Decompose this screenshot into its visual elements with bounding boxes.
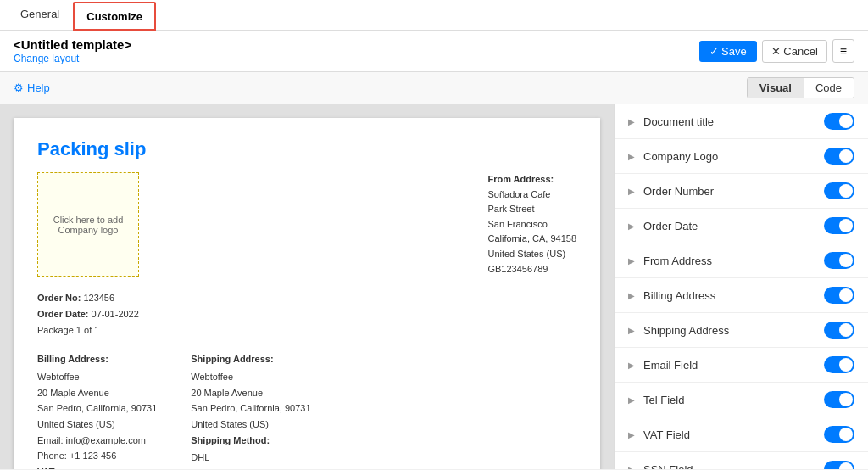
panel-label-billing-address: Billing Address bbox=[643, 289, 824, 302]
chevron-right-icon: ▶ bbox=[628, 256, 635, 266]
change-layout-link[interactable]: Change layout bbox=[14, 53, 79, 64]
view-toggle: Visual Code bbox=[747, 77, 854, 98]
panel-label-email-field: Email Field bbox=[643, 359, 824, 372]
shipping-line-2: 20 Maple Avenue bbox=[191, 385, 310, 401]
panel-item-company-logo[interactable]: ▶Company Logo bbox=[615, 139, 868, 174]
toggle-shipping-address[interactable] bbox=[824, 322, 854, 339]
panel-label-shipping-address: Shipping Address bbox=[643, 324, 824, 337]
toggle-email-field[interactable] bbox=[824, 356, 854, 373]
package-info: Package 1 of 1 bbox=[37, 322, 576, 339]
addresses-section: Billing Address: Webtoffee 20 Maple Aven… bbox=[37, 351, 576, 469]
panel-item-from-address[interactable]: ▶From Address bbox=[615, 243, 868, 278]
panel-item-tel-field[interactable]: ▶Tel Field bbox=[615, 383, 868, 417]
main-layout: Packing slip Click here to addCompany lo… bbox=[0, 104, 868, 469]
tab-bar: General Customize bbox=[0, 0, 868, 31]
chevron-right-icon: ▶ bbox=[628, 291, 635, 300]
from-line-4: California, CA, 94158 bbox=[487, 233, 576, 243]
billing-email: Email: info@example.com bbox=[37, 433, 157, 449]
toggle-from-address[interactable] bbox=[824, 252, 854, 269]
toggle-billing-address[interactable] bbox=[824, 287, 854, 304]
save-button[interactable]: ✓ Save bbox=[699, 41, 757, 62]
billing-line-2: 20 Maple Avenue bbox=[37, 385, 157, 401]
toggle-document-title[interactable] bbox=[824, 113, 854, 130]
header-actions: ✓ Save ✕ Cancel ≡ bbox=[699, 39, 855, 63]
billing-label: Billing Address: bbox=[37, 351, 157, 367]
toggle-order-date[interactable] bbox=[824, 217, 854, 234]
panel-label-document-title: Document title bbox=[643, 115, 824, 128]
shipping-label: Shipping Address: bbox=[191, 351, 310, 367]
panel-label-order-number: Order Number bbox=[643, 185, 824, 198]
shipping-method: Shipping Method: DHL bbox=[191, 433, 310, 466]
panel-label-ssn-field: SSN Field bbox=[643, 463, 824, 470]
menu-button[interactable]: ≡ bbox=[832, 39, 854, 63]
panel-item-vat-field[interactable]: ▶VAT Field bbox=[615, 417, 868, 452]
help-icon: ⚙ bbox=[14, 81, 24, 94]
panel-label-from-address: From Address bbox=[643, 255, 824, 267]
chevron-right-icon: ▶ bbox=[628, 465, 635, 470]
billing-vat: VAT: 123456 bbox=[37, 464, 157, 469]
billing-line-1: Webtoffee bbox=[37, 369, 157, 385]
toggle-ssn-field[interactable] bbox=[824, 461, 854, 469]
header-bar: <Untitled template> Change layout ✓ Save… bbox=[0, 31, 868, 72]
document-preview: Packing slip Click here to addCompany lo… bbox=[0, 104, 614, 469]
chevron-right-icon: ▶ bbox=[628, 395, 635, 405]
shipping-line-1: Webtoffee bbox=[191, 369, 310, 385]
logo-placeholder[interactable]: Click here to addCompany logo bbox=[37, 172, 139, 277]
chevron-right-icon: ▶ bbox=[628, 187, 635, 196]
panel-item-order-date[interactable]: ▶Order Date bbox=[615, 209, 868, 243]
tracking-number: Tracking number: 123456 bbox=[191, 466, 310, 469]
billing-address-block: Billing Address: Webtoffee 20 Maple Aven… bbox=[37, 351, 157, 469]
right-panel: ▶Document title▶Company Logo▶Order Numbe… bbox=[614, 104, 868, 469]
doc-top-section: Click here to addCompany logo From Addre… bbox=[37, 172, 576, 277]
cancel-button[interactable]: ✕ Cancel bbox=[762, 40, 827, 63]
order-info-block: Order No: 123456 Order Date: 07-01-2022 … bbox=[37, 290, 576, 338]
toggle-company-logo[interactable] bbox=[824, 148, 854, 165]
from-address-block: From Address: Soñadora Cafe Park Street … bbox=[487, 172, 576, 277]
toggle-vat-field[interactable] bbox=[824, 426, 854, 443]
chevron-right-icon: ▶ bbox=[628, 117, 635, 126]
billing-line-4: United States (US) bbox=[37, 417, 157, 433]
help-link[interactable]: ⚙ Help bbox=[14, 81, 50, 94]
panel-item-billing-address[interactable]: ▶Billing Address bbox=[615, 278, 868, 313]
chevron-right-icon: ▶ bbox=[628, 430, 635, 439]
billing-line-3: San Pedro, California, 90731 bbox=[37, 400, 157, 417]
panel-label-tel-field: Tel Field bbox=[643, 394, 824, 406]
from-line-6: GB123456789 bbox=[487, 264, 548, 274]
chevron-right-icon: ▶ bbox=[628, 221, 635, 231]
panel-item-shipping-address[interactable]: ▶Shipping Address bbox=[615, 313, 868, 348]
chevron-right-icon: ▶ bbox=[628, 152, 635, 161]
doc-page: Packing slip Click here to addCompany lo… bbox=[14, 118, 600, 469]
tab-general[interactable]: General bbox=[8, 0, 71, 31]
panel-item-order-number[interactable]: ▶Order Number bbox=[615, 174, 868, 209]
order-number: Order No: 123456 bbox=[37, 290, 576, 306]
tab-customize[interactable]: Customize bbox=[73, 2, 156, 31]
panel-item-document-title[interactable]: ▶Document title bbox=[615, 104, 868, 139]
toggle-tel-field[interactable] bbox=[824, 391, 854, 408]
panel-label-order-date: Order Date bbox=[643, 220, 824, 232]
from-address-label: From Address: bbox=[487, 172, 576, 187]
visual-view-button[interactable]: Visual bbox=[748, 78, 804, 98]
chevron-right-icon: ▶ bbox=[628, 361, 635, 370]
from-line-1: Soñadora Cafe bbox=[487, 189, 550, 199]
panel-item-email-field[interactable]: ▶Email Field bbox=[615, 348, 868, 383]
panel-label-company-logo: Company Logo bbox=[643, 150, 824, 163]
panel-label-vat-field: VAT Field bbox=[643, 428, 824, 441]
shipping-line-3: San Pedro, California, 90731 bbox=[191, 400, 310, 417]
chevron-right-icon: ▶ bbox=[628, 326, 635, 335]
packing-slip-title: Packing slip bbox=[37, 138, 576, 160]
order-date: Order Date: 07-01-2022 bbox=[37, 306, 576, 322]
panel-item-ssn-field[interactable]: ▶SSN Field bbox=[615, 452, 868, 469]
from-line-3: San Francisco bbox=[487, 219, 547, 229]
shipping-address-block: Shipping Address: Webtoffee 20 Maple Ave… bbox=[191, 351, 310, 469]
from-line-2: Park Street bbox=[487, 204, 534, 214]
shipping-line-4: United States (US) bbox=[191, 417, 310, 433]
help-bar: ⚙ Help Visual Code bbox=[0, 72, 868, 104]
toggle-order-number[interactable] bbox=[824, 182, 854, 199]
billing-phone: Phone: +1 123 456 bbox=[37, 448, 157, 464]
header-left: <Untitled template> Change layout bbox=[14, 37, 131, 64]
page-title: <Untitled template> bbox=[14, 37, 131, 52]
code-view-button[interactable]: Code bbox=[804, 78, 854, 98]
from-line-5: United States (US) bbox=[487, 249, 565, 259]
